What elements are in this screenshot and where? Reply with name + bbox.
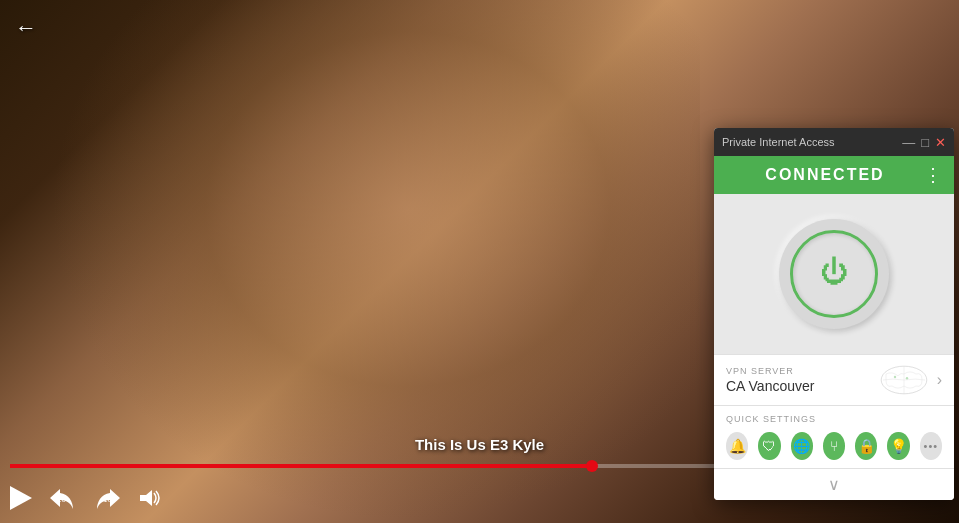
video-figure [50, 0, 700, 523]
progress-fill [10, 464, 592, 468]
vpn-collapse-button[interactable]: ∨ [714, 468, 954, 500]
vpn-server-name: CA Vancouver [726, 378, 871, 394]
notification-icon-button[interactable]: 🔔 [726, 432, 748, 460]
settings-icon-button[interactable]: 💡 [887, 432, 909, 460]
vpn-server-row[interactable]: VPN SERVER CA Vancouver › [714, 354, 954, 405]
svg-text:10: 10 [103, 495, 112, 504]
world-map-icon [879, 365, 929, 395]
svg-point-4 [893, 376, 895, 378]
rewind-icon: 10 [46, 485, 78, 511]
maximize-button[interactable]: □ [921, 136, 929, 149]
power-ring-outer: ⏻ [779, 219, 889, 329]
kill-switch-icon-button[interactable]: 🛡 [758, 432, 780, 460]
play-icon [10, 486, 32, 510]
chevron-down-icon: ∨ [828, 476, 840, 493]
svg-text:10: 10 [57, 495, 66, 504]
dns-icon-button[interactable]: 🌐 [791, 432, 813, 460]
server-chevron-icon: › [937, 371, 942, 389]
quick-settings-label: QUICK SETTINGS [726, 414, 942, 424]
rewind-button[interactable]: 10 [46, 485, 78, 511]
vpn-title: Private Internet Access [722, 136, 835, 148]
svg-point-5 [905, 377, 907, 379]
svg-marker-2 [140, 490, 152, 506]
close-button[interactable]: ✕ [935, 136, 946, 149]
forward-button[interactable]: 10 [92, 485, 124, 511]
power-icon: ⏻ [820, 258, 848, 286]
volume-button[interactable] [138, 488, 162, 508]
vpn-server-info: VPN SERVER CA Vancouver [726, 366, 871, 394]
vpn-server-label: VPN SERVER [726, 366, 871, 376]
mace-icon-button[interactable]: 🔒 [855, 432, 877, 460]
back-button[interactable]: ← [15, 15, 37, 41]
power-button[interactable]: ⏻ [790, 230, 878, 318]
vpn-menu-button[interactable]: ⋮ [924, 166, 942, 184]
volume-icon [138, 488, 162, 508]
forward-icon: 10 [92, 485, 124, 511]
vpn-window-controls: — □ ✕ [902, 136, 946, 149]
more-icon-button[interactable]: ••• [920, 432, 942, 460]
vpn-power-area: ⏻ [714, 194, 954, 354]
player-controls: 10 10 [10, 485, 162, 511]
quick-settings-icons: 🔔 🛡 🌐 ⑂ 🔒 💡 ••• [726, 432, 942, 460]
video-subtitle: This Is Us E3 Kyle [415, 436, 544, 453]
split-tunnel-icon-button[interactable]: ⑂ [823, 432, 845, 460]
vpn-titlebar: Private Internet Access — □ ✕ [714, 128, 954, 156]
vpn-connected-bar: CONNECTED ⋮ [714, 156, 954, 194]
vpn-connected-text: CONNECTED [726, 166, 924, 184]
vpn-panel: Private Internet Access — □ ✕ CONNECTED … [714, 128, 954, 500]
vpn-quick-settings: QUICK SETTINGS 🔔 🛡 🌐 ⑂ 🔒 💡 ••• [714, 405, 954, 468]
minimize-button[interactable]: — [902, 136, 915, 149]
play-button[interactable] [10, 486, 32, 510]
